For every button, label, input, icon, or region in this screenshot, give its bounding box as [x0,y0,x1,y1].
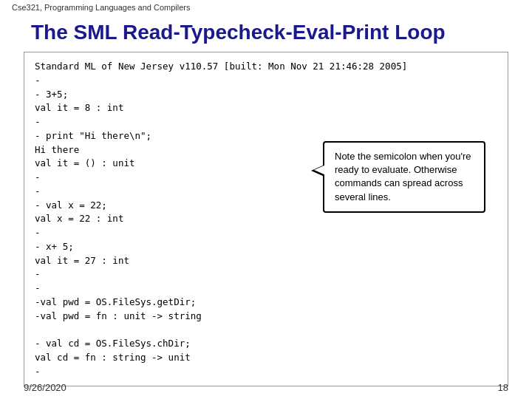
course-label: Cse321, Programming Languages and Compil… [12,3,191,12]
code-content: Standard ML of New Jersey v110.57 [built… [35,60,497,378]
tooltip-box: Note the semicolon when you're ready to … [323,141,485,213]
bottom-bar: 9/26/2020 18 [0,382,532,393]
slide-container: The SML Read-Typecheck-Eval-Print Loop S… [0,15,532,392]
tooltip-text: Note the semicolon when you're ready to … [335,151,471,202]
code-box: Standard ML of New Jersey v110.57 [built… [24,52,508,386]
top-bar: Cse321, Programming Languages and Compil… [0,0,532,15]
slide-title: The SML Read-Typecheck-Eval-Print Loop [24,21,508,44]
tooltip-arrow-inner [314,165,326,175]
footer-page: 18 [498,382,508,393]
footer-date: 9/26/2020 [24,382,66,393]
